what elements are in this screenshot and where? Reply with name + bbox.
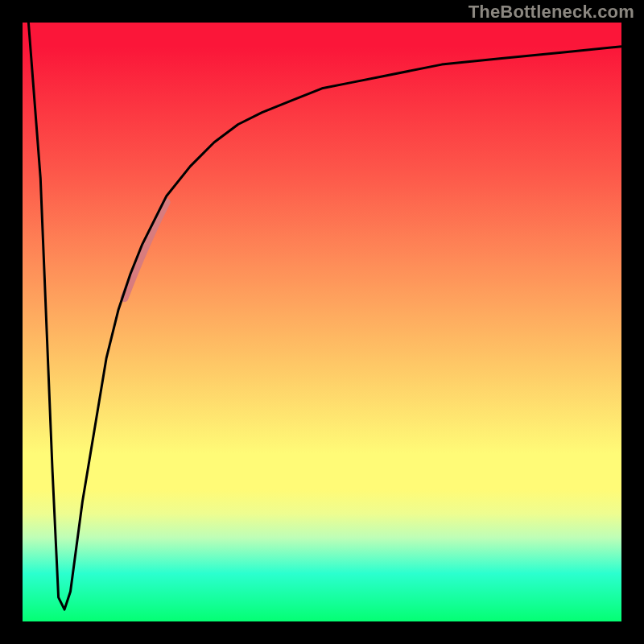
watermark-text: TheBottleneck.com xyxy=(469,2,634,23)
highlight-segment xyxy=(125,202,167,298)
plot-area xyxy=(23,23,621,621)
chart-frame: TheBottleneck.com xyxy=(0,0,644,644)
curve-layer xyxy=(23,23,621,621)
bottleneck-curve xyxy=(28,23,621,609)
